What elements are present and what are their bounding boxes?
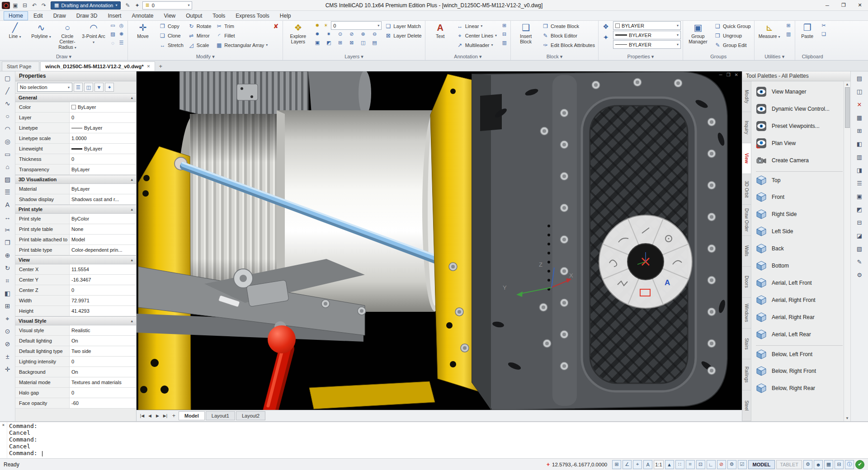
palette-tab[interactable]: Windows xyxy=(742,298,751,329)
layer-tool-icon[interactable]: ⊠ xyxy=(347,38,356,47)
palette-tab[interactable]: Modify xyxy=(742,81,751,112)
ribbon-button[interactable]: ↗ Multileader▾ xyxy=(455,40,498,50)
document-tab[interactable]: winch_D1250C-M5-M112-V12-2_v0.dwg* ✕ xyxy=(40,61,155,71)
annotation-tool-icon[interactable]: ▥ xyxy=(500,38,509,47)
model-space-button[interactable]: MODEL xyxy=(748,460,775,469)
property-row[interactable]: Default lighting type Two side xyxy=(15,346,136,357)
ribbon-button[interactable]: ↻ Rotate xyxy=(187,21,214,31)
layer-tool-icon[interactable]: ⊖ xyxy=(370,30,379,38)
property-row[interactable]: Print style table None xyxy=(15,224,136,235)
annotation-tool-icon[interactable]: ⊟ xyxy=(500,30,509,38)
dock-icon[interactable]: ▣ xyxy=(855,192,863,200)
status-tool-icon[interactable]: ▦ xyxy=(824,460,833,469)
property-row[interactable]: Center Y -16.3467 xyxy=(15,275,136,285)
dock-icon[interactable]: ◧ xyxy=(855,140,863,148)
palette-tab[interactable]: Draw Order xyxy=(742,205,751,235)
ribbon-button[interactable]: ↔ Stretch xyxy=(158,40,187,50)
layout-tab[interactable]: Model xyxy=(179,411,205,420)
ribbon-tab[interactable]: View xyxy=(159,11,180,20)
drawing-tool-icon[interactable]: ▢ xyxy=(2,72,14,84)
drawing-viewport[interactable]: ─❐✕ Z X Y A xyxy=(137,71,742,410)
palette-item[interactable]: Plan View xyxy=(756,135,843,152)
ribbon-icon-button[interactable]: ◌ xyxy=(108,38,117,47)
viewport-window-button[interactable]: ✕ xyxy=(735,72,738,77)
drawing-tool-icon[interactable]: ⊞ xyxy=(2,300,14,312)
layer-state-icon[interactable]: ✹ xyxy=(313,21,321,30)
command-prompt-line[interactable]: Command: xyxy=(9,450,866,456)
ribbon-tab[interactable]: Draw xyxy=(48,11,71,20)
palette-item[interactable]: Top xyxy=(756,171,843,188)
ribbon-tab[interactable]: Insert xyxy=(103,11,126,20)
clipboard-tool-icon[interactable]: ✂ xyxy=(820,21,828,30)
drawing-tool-icon[interactable]: ↻ xyxy=(2,262,14,274)
drawing-tool-icon[interactable]: ∿ xyxy=(2,98,14,109)
property-row[interactable]: Width 72.9971 xyxy=(15,296,136,306)
tool-palettes-title[interactable]: Tool Palettes - All Palettes xyxy=(742,71,850,81)
layer-tool-icon[interactable]: ◩ xyxy=(325,38,333,47)
status-tool-icon[interactable]: ⊟ xyxy=(835,460,844,469)
dock-icon[interactable]: ⊟ xyxy=(855,218,863,226)
ribbon-tab[interactable]: Express Tools xyxy=(231,11,274,20)
titlebar-icon[interactable]: ✎ xyxy=(123,1,132,10)
dock-icon[interactable]: ⊞ xyxy=(855,127,863,135)
properties-toolbar-icon[interactable]: ▼ xyxy=(94,83,104,92)
palette-tab[interactable]: View xyxy=(742,143,751,174)
property-dropdown[interactable]: BYLAYER ▾ xyxy=(613,40,681,49)
drawing-tool-icon[interactable]: A xyxy=(2,199,14,211)
command-history[interactable]: Command:CancelCommand:Cancel Command: xyxy=(7,422,868,458)
property-row[interactable]: Default lighting On xyxy=(15,336,136,346)
property-row[interactable]: Halo gap 0 xyxy=(15,388,136,398)
drawing-tool-icon[interactable]: ⊘ xyxy=(2,338,14,350)
drawing-tool-icon[interactable]: ◧ xyxy=(2,287,14,299)
property-dropdown[interactable]: BYLAYER ▾ xyxy=(613,21,681,30)
layer-tool-icon[interactable]: ⊙ xyxy=(336,30,344,38)
close-tab-icon[interactable]: ✕ xyxy=(147,64,151,69)
ribbon-button[interactable]: ↔ Linear▾ xyxy=(455,21,498,31)
move-button[interactable]: ✛ Move xyxy=(130,21,156,51)
ribbon-button[interactable]: ⊠ Layer Delete xyxy=(383,31,423,40)
minimize-button[interactable]: ─ xyxy=(819,0,835,10)
property-row[interactable]: Face opacity -60 xyxy=(15,398,136,409)
palette-item[interactable]: Aerial, Left Rear xyxy=(756,326,843,343)
property-row[interactable]: Linetype ByLayer xyxy=(15,123,136,133)
property-row[interactable]: Visual style Realistic xyxy=(15,325,136,336)
property-row[interactable]: Background On xyxy=(15,367,136,377)
property-row[interactable]: Shadow display Shadows cast and r... xyxy=(15,194,136,205)
ribbon-group-caption[interactable]: Groups xyxy=(685,53,752,60)
drawing-tool-icon[interactable]: ✛ xyxy=(2,363,14,375)
tablet-button[interactable]: TABLET xyxy=(776,460,802,469)
status-toggle-icon[interactable]: ∠ xyxy=(623,460,632,469)
drawing-tool-icon[interactable]: ☰ xyxy=(2,186,14,198)
property-row[interactable]: Transparency ByLayer xyxy=(15,164,136,175)
palette-item[interactable]: Left Side xyxy=(756,223,843,240)
palette-tab[interactable]: Railings xyxy=(742,359,751,390)
ribbon-button[interactable]: ╱ Line ▾ xyxy=(2,21,28,51)
viewport-window-button[interactable]: ─ xyxy=(719,72,722,77)
property-row[interactable]: Lighting intensity 0 xyxy=(15,357,136,367)
property-row[interactable]: Thickness 0 xyxy=(15,154,136,164)
status-toggle-icon[interactable]: ▲ xyxy=(665,460,674,469)
dock-icon[interactable]: ◫ xyxy=(855,87,863,95)
status-tool-icon[interactable]: ⓘ xyxy=(845,460,854,469)
ribbon-button[interactable]: ○ Circle Center-Radius ▾ xyxy=(54,21,80,51)
palette-item[interactable]: Below, Left Front xyxy=(756,345,843,362)
property-row[interactable]: Color ByLayer xyxy=(15,102,136,113)
ribbon-button[interactable]: ▦ Rectangular Array▾ xyxy=(214,40,269,50)
layer-tool-icon[interactable]: ▣ xyxy=(313,38,321,47)
drawing-tool-icon[interactable]: ✂ xyxy=(2,224,14,236)
dock-icon[interactable]: ▧ xyxy=(855,244,863,253)
layout-nav-arrow[interactable]: ▶ xyxy=(154,412,161,420)
status-tool-icon[interactable]: ⚙ xyxy=(803,460,812,469)
drawing-tool-icon[interactable]: ± xyxy=(2,351,14,362)
palette-tab[interactable]: Doors xyxy=(742,267,751,297)
status-toggle-icon[interactable]: ⊡ xyxy=(696,460,705,469)
palette-item[interactable]: Below, Right Front xyxy=(756,362,843,380)
layer-tool-icon[interactable]: ⊞ xyxy=(336,38,344,47)
property-row[interactable]: Print style ByColor xyxy=(15,214,136,224)
property-row[interactable]: Center X 11.5554 xyxy=(15,264,136,275)
ribbon-tab[interactable]: Help xyxy=(275,11,296,20)
dock-icon[interactable]: ✕ xyxy=(855,100,863,108)
section-header-view[interactable]: View▴ xyxy=(15,255,136,264)
clipboard-tool-icon[interactable]: ❏ xyxy=(820,30,828,38)
status-toggle-icon[interactable]: ∟ xyxy=(707,460,716,469)
